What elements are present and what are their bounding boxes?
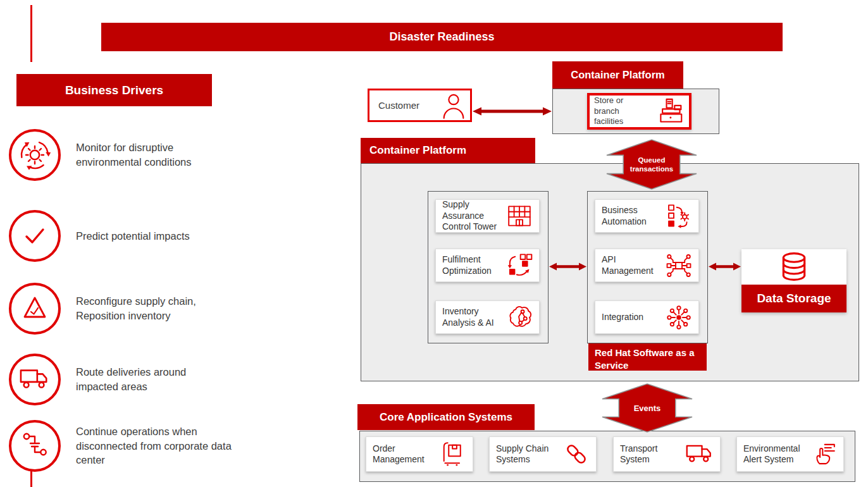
driver-item: Reconfigure supply chain, Reposition inv… — [9, 283, 228, 335]
business-automation-icon — [666, 203, 692, 230]
queued-arrow: Queued transactions — [605, 139, 698, 190]
card-order-management: Order Management — [366, 436, 473, 472]
card-label: Inventory Analysis & AI — [442, 306, 500, 328]
card-label: API Management — [602, 254, 660, 276]
card-label: Integration — [602, 312, 660, 323]
database-icon — [741, 249, 846, 285]
monitor-cycle-icon — [9, 129, 61, 181]
events-arrow: Events — [601, 383, 693, 433]
core-systems-banner: Core Application Systems — [357, 404, 535, 430]
store-platform-label: Container Platform — [571, 69, 665, 81]
customer-box: Customer — [368, 89, 472, 122]
queued-arrow-label-1: Queued — [638, 156, 666, 164]
api-management-icon — [666, 252, 692, 279]
card-label: Transport System — [620, 443, 681, 465]
data-storage-banner: Data Storage — [741, 285, 846, 312]
driver-item: Predict potential impacts — [9, 210, 234, 262]
card-label: Fulfilment Optimization — [442, 254, 500, 276]
driver-label: Monitor for disruptive environmental con… — [76, 140, 223, 170]
store-box: Store or branch facilities — [587, 93, 691, 130]
card-label: Order Management — [373, 443, 433, 465]
card-supply-chain: Supply Chain Systems — [489, 436, 597, 472]
core-systems-label: Core Application Systems — [380, 411, 512, 424]
card-label: Business Automation — [602, 205, 660, 227]
truck-icon — [686, 443, 714, 465]
customer-store-arrow — [472, 106, 552, 116]
control-tower-icon — [506, 204, 533, 228]
driver-label: Predict potential impacts — [76, 229, 234, 244]
events-arrow-label: Events — [634, 404, 661, 413]
card-inventory-ai: Inventory Analysis & AI — [435, 300, 540, 334]
driver-item: Continue operations when disconnected fr… — [9, 420, 234, 472]
card-transport: Transport System — [613, 436, 721, 472]
decor-line-top — [30, 5, 32, 62]
data-storage-box: Data Storage — [741, 249, 846, 312]
hand-truck-icon — [440, 441, 466, 467]
triangle-check-icon — [9, 283, 61, 335]
left-right-arrow — [549, 262, 587, 271]
store-label: Store or branch facilities — [594, 96, 638, 128]
card-label: Supply Chain Systems — [496, 443, 557, 465]
brain-ai-icon — [506, 305, 533, 330]
person-icon — [442, 92, 465, 119]
driver-label: Route deliveries around impacted areas — [76, 365, 223, 394]
customer-label: Customer — [378, 100, 419, 111]
title-banner: Disaster Readiness — [101, 23, 783, 51]
storage-arrow — [708, 262, 741, 271]
card-fulfilment: Fulfilment Optimization — [435, 249, 540, 282]
data-storage-label: Data Storage — [757, 292, 831, 305]
platform-banner: Container Platform — [361, 138, 535, 163]
saas-banner-label: Red Hat Software as a Service — [595, 347, 695, 371]
cash-register-icon — [655, 98, 685, 125]
queued-arrow-label-2: transactions — [630, 164, 673, 173]
chain-link-icon — [563, 441, 590, 467]
driver-item: Route deliveries around impacted areas — [9, 354, 223, 405]
driver-item: Monitor for disruptive environmental con… — [9, 129, 223, 181]
platform-banner-label: Container Platform — [369, 144, 466, 156]
store-platform-banner: Container Platform — [552, 61, 683, 89]
business-drivers-banner: Business Drivers — [16, 74, 212, 106]
check-circle-icon — [9, 210, 61, 262]
card-supply-assurance: Supply Assurance Control Tower — [435, 199, 540, 233]
card-business-automation: Business Automation — [595, 199, 699, 233]
driver-label: Continue operations when disconnected fr… — [76, 424, 234, 467]
alert-press-icon — [810, 441, 837, 467]
saas-banner: Red Hat Software as a Service — [588, 343, 707, 371]
card-label: Environmental Alert System — [743, 443, 807, 465]
title-banner-label: Disaster Readiness — [389, 30, 494, 44]
integration-icon — [666, 304, 692, 331]
fulfilment-icon — [506, 252, 533, 279]
card-api-management: API Management — [595, 249, 699, 282]
card-label: Supply Assurance Control Tower — [442, 199, 500, 233]
truck-icon — [9, 354, 61, 405]
diagram-canvas: Disaster Readiness Business Drivers — [0, 0, 868, 487]
driver-label: Reconfigure supply chain, Reposition inv… — [76, 294, 228, 323]
disconnect-circuit-icon — [9, 420, 61, 472]
card-integration: Integration — [595, 300, 699, 334]
business-drivers-label: Business Drivers — [65, 83, 163, 97]
card-environmental-alert: Environmental Alert System — [736, 436, 844, 472]
